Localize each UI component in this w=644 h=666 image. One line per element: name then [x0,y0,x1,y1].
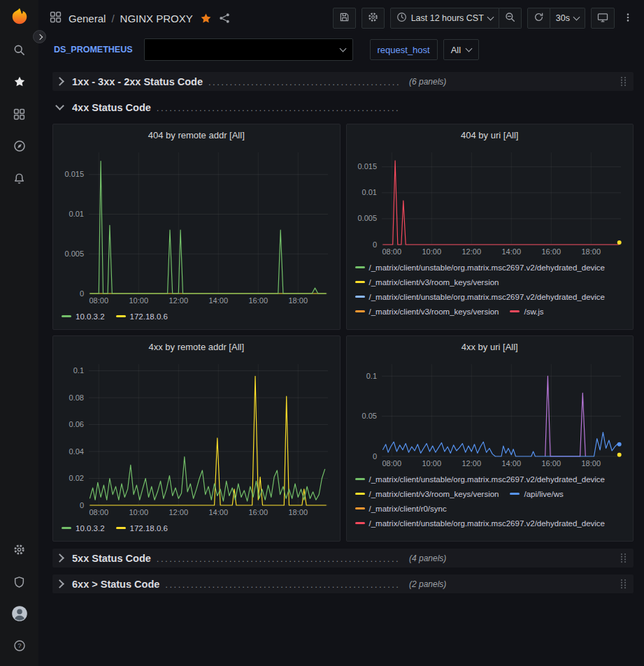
topbar: General / NGINX PROXY [38,0,644,36]
svg-text:0: 0 [373,240,377,249]
legend-swatch-icon [116,315,126,317]
legend-item[interactable]: 172.18.0.6 [116,310,168,323]
series-point [617,442,622,447]
svg-text:0.04: 0.04 [69,447,83,456]
legend-label: /api/live/ws [524,490,563,498]
legend-item[interactable]: 172.18.0.6 [116,521,168,535]
sidebar-item-explore[interactable] [0,130,38,162]
legend-label: /_matrix/client/unstable/org.matrix.msc2… [369,293,606,301]
request-host-variable-select[interactable]: All [443,39,479,60]
chart-4xx-by-remote-addr[interactable]: 00.020.040.060.080.108:0010:0012:0014:00… [57,357,336,518]
legend-item[interactable]: /sw.js [510,305,543,318]
legend-item[interactable]: /_matrix/client/v3/room_keys/version [355,305,499,318]
legend-label: 172.18.0.6 [130,312,168,321]
gear-icon [368,12,378,24]
row-title-wrap: 4xx Status Code [72,102,399,113]
legend-item[interactable]: /_matrix/client/unstable/org.matrix.msc2… [355,261,606,274]
chart-4xx-by-uri[interactable]: 00.050.108:0010:0012:0014:0016:0018:00 [350,357,629,469]
legend-label: /_matrix/client/v3/room_keys/version [369,307,499,316]
row-header-6xx[interactable]: 6xx > Status Code (2 panels) [52,574,634,593]
legend-item[interactable]: 10.0.3.2 [62,310,105,323]
row-header-4xx[interactable]: 4xx Status Code [52,98,634,117]
grafana-app: ? General / NGINX PROXY [0,0,644,666]
drag-handle-icon[interactable] [620,553,627,563]
legend-item[interactable]: /api/live/ws [510,487,563,500]
row-panel-count: (4 panels) [409,553,446,563]
request-host-variable-label[interactable]: request_host [370,39,438,60]
panel-404-by-remote-addr: 404 by remote addr [All] 00.0050.010.015… [52,124,341,330]
star-icon [13,75,26,88]
chart-404-by-uri[interactable]: 00.0050.010.01508:0010:0012:0014:0016:00… [350,145,629,257]
share-icon[interactable] [219,13,230,24]
legend-item[interactable]: /_matrix/client/unstable/org.matrix.msc2… [355,472,606,486]
time-range-button[interactable]: Last 12 hours CST [390,8,499,29]
series-line [383,433,618,456]
refresh-icon [534,12,544,24]
legend-item[interactable]: /_matrix/client/v3/room_keys/version [355,487,499,500]
datasource-variable-label[interactable]: DS_PROMETHEUS [51,45,138,55]
sidebar-item-dashboards[interactable] [0,98,38,130]
time-controls: Last 12 hours CST [390,8,522,29]
legend-label: /_matrix/client/unstable/org.matrix.msc2… [369,475,606,484]
series-line [90,376,326,505]
grafana-logo[interactable] [10,0,29,34]
svg-text:0.06: 0.06 [69,420,83,428]
variables-bar: DS_PROMETHEUS request_host All [38,36,644,66]
refresh-interval-button[interactable]: 30s [550,8,585,29]
sidebar-item-profile[interactable] [0,598,38,630]
sidebar-item-alerting[interactable] [0,162,38,194]
legend-label: 10.0.3.2 [76,524,105,533]
sidebar-expand-button[interactable] [33,30,46,43]
svg-text:0: 0 [80,501,84,509]
chevron-down-icon [487,14,494,21]
legend: /_matrix/client/unstable/org.matrix.msc2… [347,257,634,329]
sidebar-item-configuration[interactable] [0,533,38,565]
panel-title[interactable]: 404 by uri [All] [347,124,634,145]
legend-item[interactable]: /_matrix/client/r0/sync [355,502,447,515]
legend-item[interactable]: /_matrix/client/unstable/org.matrix.msc2… [355,516,606,530]
row-header-1xx-3xx-2xx[interactable]: 1xx - 3xx - 2xx Status Code (6 panels) [52,72,634,91]
svg-text:14:00: 14:00 [208,508,228,516]
legend-item[interactable]: /_matrix/client/v3/room_keys/version [355,275,499,289]
dotted-leader [157,553,399,564]
dashboard-settings-button[interactable] [362,8,385,29]
zoom-out-button[interactable] [499,8,522,29]
cycle-view-button[interactable] [591,8,615,29]
legend-swatch-icon [355,478,365,480]
legend-swatch-icon [62,315,71,317]
shield-icon [13,576,25,588]
row-header-5xx[interactable]: 5xx Status Code (4 panels) [52,549,634,567]
legend-swatch-icon [116,527,126,529]
save-dashboard-button[interactable] [333,8,356,29]
clock-icon [396,12,407,24]
svg-text:0.01: 0.01 [362,188,377,196]
svg-text:08:00: 08:00 [89,508,108,516]
legend-item[interactable]: /_matrix/client/unstable/org.matrix.msc2… [355,290,606,303]
legend-label: /_matrix/client/r0/sync [369,505,447,513]
refresh-controls: 30s [527,8,585,29]
row-panel-count: (2 panels) [409,579,446,589]
dotted-leader [208,77,399,87]
panel-title[interactable]: 404 by remote addr [All] [53,124,340,145]
sidebar-item-server-admin[interactable] [0,565,38,598]
series-point [617,453,622,457]
drag-handle-icon[interactable] [620,76,627,87]
chevron-right-icon [55,579,64,588]
kebab-menu-button[interactable] [620,8,636,29]
save-icon [339,12,350,24]
sidebar-item-starred[interactable] [0,66,38,98]
main-area: General / NGINX PROXY [38,0,644,666]
breadcrumb-section[interactable]: General [69,13,106,24]
panel-title[interactable]: 4xx by remote addr [All] [53,336,340,357]
favorite-star-icon[interactable] [200,13,212,24]
chart-404-by-remote-addr[interactable]: 00.0050.010.01508:0010:0012:0014:0016:00… [57,145,336,306]
legend-swatch-icon [355,266,365,268]
datasource-variable-select[interactable] [144,38,353,61]
refresh-button[interactable] [527,8,550,29]
sidebar-item-help[interactable]: ? [0,630,38,662]
panel-title[interactable]: 4xx by uri [All] [347,336,634,357]
bell-icon [13,173,25,184]
legend-item[interactable]: 10.0.3.2 [62,521,105,535]
legend-label: /sw.js [524,307,543,316]
drag-handle-icon[interactable] [620,579,627,589]
